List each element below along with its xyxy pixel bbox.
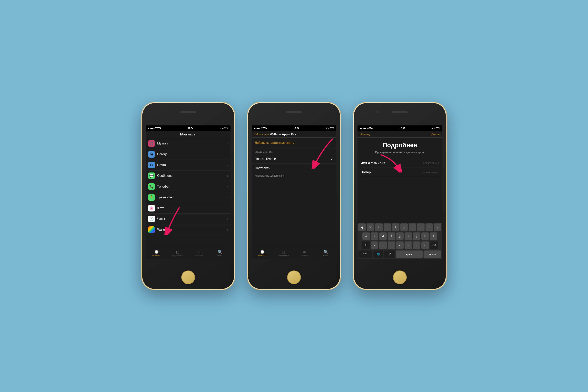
list-item[interactable]: 🎵 Музыка › xyxy=(146,138,230,149)
tab-my-watch[interactable]: ⌚ Мои часы xyxy=(146,250,167,256)
key-t[interactable]: t xyxy=(392,224,400,231)
key-n[interactable]: n xyxy=(413,242,420,249)
key-b[interactable]: b xyxy=(404,242,412,249)
status-icons-2: ✈ ❄ 99% xyxy=(326,127,334,129)
key-k[interactable]: k xyxy=(422,232,429,240)
speaker-2 xyxy=(286,111,302,113)
key-j[interactable]: j xyxy=(413,232,420,240)
key-l[interactable]: l xyxy=(430,232,437,240)
detail-title: Подробнее xyxy=(361,142,439,149)
key-z[interactable]: z xyxy=(371,242,378,249)
key-d[interactable]: d xyxy=(379,232,387,240)
tab-my-watch-2[interactable]: ⌚ Мои часы xyxy=(252,250,273,256)
key-m[interactable]: m xyxy=(422,242,429,249)
tab-bar-2: ⌚ Мои часы ◻ Циферблаты ⊕ App Store 🔍 По… xyxy=(252,247,336,259)
home-button-1[interactable] xyxy=(181,270,195,284)
chevron-icon: › xyxy=(227,164,228,166)
space-key[interactable]: space xyxy=(396,250,422,258)
key-c[interactable]: c xyxy=(388,242,395,249)
tab-faces-2[interactable]: ◻ Циферблаты xyxy=(273,250,294,256)
delete-key[interactable]: ⌫ xyxy=(430,242,438,249)
tab-appstore[interactable]: ⊕ App Store xyxy=(188,250,209,256)
tab-label-search: Поиск xyxy=(218,254,222,256)
wallet-app-icon xyxy=(148,226,155,233)
list-item[interactable]: 🌤 Погода › xyxy=(146,149,230,160)
home-button-2[interactable] xyxy=(287,270,301,284)
key-g[interactable]: g xyxy=(396,232,404,240)
configure-item[interactable]: Настроить xyxy=(252,164,336,173)
wallet-item[interactable]: Wallet › xyxy=(146,224,230,235)
page-title-1: Мои часы xyxy=(148,132,228,136)
list-item[interactable]: 💬 Сообщения › xyxy=(146,170,230,181)
nav-bar-3: ‹ Назад Далее xyxy=(358,131,442,138)
name-label: Имя и фамилия xyxy=(361,161,385,165)
key-i[interactable]: i xyxy=(417,224,424,231)
faces-icon: ◻ xyxy=(176,250,179,254)
back-button-2[interactable]: ‹ Мои часы xyxy=(254,132,269,136)
repeat-iphone-item[interactable]: Повтор iPhone ✓ xyxy=(252,154,336,164)
key-y[interactable]: y xyxy=(400,224,408,231)
key-a[interactable]: a xyxy=(362,232,370,240)
shift-key[interactable]: ⇧ xyxy=(362,242,370,249)
tab-label-search-2: Поиск xyxy=(324,254,328,256)
list-item[interactable]: 📞 Телефон › xyxy=(146,181,230,192)
add-card-button[interactable]: Добавить платежную карту xyxy=(252,138,336,148)
nav-bar-1: Мои часы xyxy=(146,131,230,138)
iphone-3: ●●●●● YOTA 12:37 ✈ ❄ 95% ‹ Назад Далее П… xyxy=(353,102,447,290)
chevron-icon: › xyxy=(227,206,228,210)
list-item[interactable]: 🕐 Часы › xyxy=(146,214,230,224)
key-h[interactable]: h xyxy=(404,232,412,240)
tab-label-appstore-2: App Store xyxy=(301,254,308,256)
detail-content: Подробнее Проверьте и дополните данные к… xyxy=(358,138,442,223)
chevron-icon: › xyxy=(227,185,228,188)
key-w[interactable]: w xyxy=(367,224,374,231)
key-s[interactable]: s xyxy=(371,232,378,240)
detail-subtitle: Проверьте и дополните данные карты. xyxy=(361,151,439,154)
keyboard-row-1: q w e r t y u i o p xyxy=(358,223,442,232)
return-key[interactable]: return xyxy=(424,250,442,258)
mic-key[interactable]: 🎤 xyxy=(384,250,395,258)
menu-label-mail: Почта xyxy=(157,163,227,167)
back-chevron-icon-3: ‹ xyxy=(360,132,361,136)
music-icon: 🎵 xyxy=(148,140,155,147)
name-field[interactable]: Имя и фамилия обязательно xyxy=(361,158,439,168)
key-f[interactable]: f xyxy=(388,232,395,240)
key-q[interactable]: q xyxy=(358,224,366,231)
tab-label-appstore: App Store xyxy=(195,254,203,256)
list-item[interactable]: 🌸 Фото › xyxy=(146,203,230,214)
list-item[interactable]: 🏃 Тренировка › xyxy=(146,192,230,203)
appstore-icon: ⊕ xyxy=(197,250,200,254)
screen-3: ●●●●● YOTA 12:37 ✈ ❄ 95% ‹ Назад Далее П… xyxy=(358,126,442,259)
numbers-key[interactable]: 123 xyxy=(358,250,372,258)
key-x[interactable]: x xyxy=(379,242,387,249)
back-button-3[interactable]: ‹ Назад xyxy=(360,132,370,136)
globe-key[interactable]: 🌐 xyxy=(373,250,384,258)
menu-list-1: 🎵 Музыка › 🌤 Погода › ✉ Почта › 💬 Сообще… xyxy=(146,138,230,247)
clock-icon: 🕐 xyxy=(148,216,155,222)
key-e[interactable]: e xyxy=(375,224,382,231)
key-u[interactable]: u xyxy=(409,224,416,231)
key-p[interactable]: p xyxy=(434,224,442,231)
tab-search[interactable]: 🔍 Поиск xyxy=(209,250,230,256)
checkmark-icon: ✓ xyxy=(331,157,333,161)
screen-2: ●●●●● YOTA 12:34 ✈ ❄ 99% ‹ Мои часы Wall… xyxy=(252,126,336,259)
menu-label-messages: Сообщения xyxy=(157,174,227,178)
key-o[interactable]: o xyxy=(426,224,433,231)
key-v[interactable]: v xyxy=(396,242,404,249)
forward-button[interactable]: Далее xyxy=(431,132,440,136)
tab-appstore-2[interactable]: ⊕ App Store xyxy=(294,250,315,256)
tab-label-faces: Циферблаты xyxy=(172,254,183,256)
status-icons-1: ✈ ❄ 99% xyxy=(220,127,228,129)
list-item[interactable]: ✉ Почта › xyxy=(146,160,230,170)
wallet-section: Добавить платежную карту УВЕДОМЛЕНИЯ Пов… xyxy=(252,138,336,247)
tab-search-2[interactable]: 🔍 Поиск xyxy=(315,250,336,256)
tab-faces[interactable]: ◻ Циферблаты xyxy=(167,250,188,256)
number-field[interactable]: Номер обязательно xyxy=(361,168,439,177)
chevron-icon: › xyxy=(227,228,228,231)
screen-1: ●●●●● YOTA 12:34 ✈ ❄ 99% Мои часы 🎵 Музы… xyxy=(146,126,230,259)
keyboard-row-3: ⇧ z x c v b n m ⌫ xyxy=(358,241,442,250)
home-button-3[interactable] xyxy=(393,270,407,284)
nav-title-2: Wallet и Apple Pay xyxy=(270,132,296,136)
key-r[interactable]: r xyxy=(384,224,391,231)
back-label-3: Назад xyxy=(361,132,370,136)
